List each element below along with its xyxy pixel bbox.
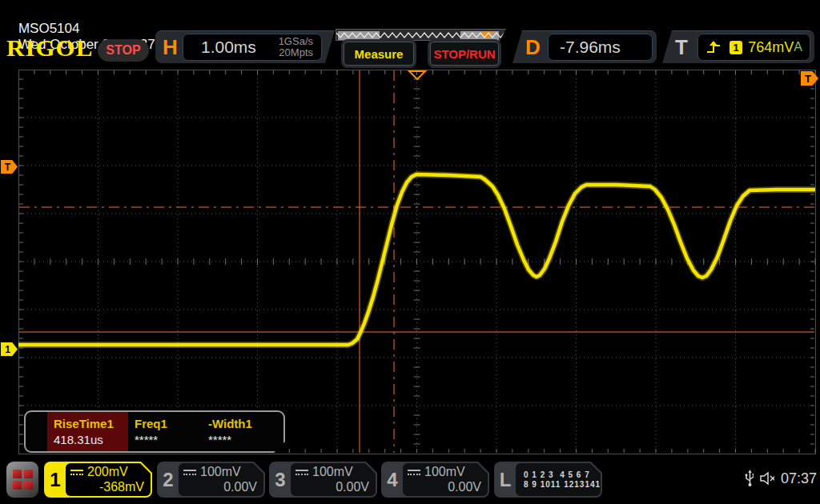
dc-coupling-icon: [70, 470, 83, 475]
trigger-label: T: [675, 31, 688, 63]
channel3-number: 3: [269, 462, 291, 498]
measurement-risetime[interactable]: RiseTime1 418.31us: [47, 412, 128, 451]
channel3-values: 100mV 0.00V: [291, 463, 376, 496]
menu-grid-icon: [13, 470, 33, 490]
channel4-number: 4: [381, 462, 404, 498]
trigger-level-value: 764mV: [748, 39, 794, 56]
channel1-values: 200mV -368mV: [66, 463, 151, 496]
delay-value: -7.96ms: [560, 38, 621, 57]
measurement-label: RiseTime1: [54, 417, 128, 430]
rigol-logo: RIGOL: [6, 34, 93, 62]
channel3-scale: 100mV: [312, 465, 353, 479]
preview-zigzag: [336, 30, 505, 41]
trigger-level-marker[interactable]: T: [1, 160, 18, 174]
channel4-values: 100mV 0.00V: [403, 463, 488, 496]
measurement-value: *****: [135, 433, 205, 446]
trigger-mode: A: [794, 40, 802, 54]
channel2-scale: 100mV: [200, 465, 241, 479]
clock: 07:37: [781, 470, 817, 487]
channel2-number: 2: [157, 462, 179, 498]
stop-run-button[interactable]: STOP/RUN: [430, 42, 499, 66]
delay-panel[interactable]: D -7.96ms: [512, 30, 657, 63]
channel2-values: 100mV 0.00V: [179, 463, 263, 496]
channel1-box[interactable]: 1 200mV -368mV: [44, 462, 152, 498]
channel1-number: 1: [44, 462, 66, 498]
channel1-scale: 200mV: [87, 465, 128, 479]
menu-grid-button[interactable]: [6, 462, 38, 498]
logic-row2: 8 9 1011 12131415: [524, 480, 594, 489]
measurement-label: -Width1: [208, 417, 277, 430]
channel4-offset: 0.00V: [408, 480, 481, 494]
channel2-box[interactable]: 2 100mV 0.00V: [157, 462, 265, 498]
rising-edge-trigger-icon: [706, 41, 722, 54]
horizontal-screen: 1.00ms 1GSa/s 20Mpts: [183, 34, 322, 61]
channel2-offset: 0.00V: [183, 480, 257, 494]
acquisition-info: 1GSa/s 20Mpts: [279, 36, 313, 58]
logic-row1: 0 1 2 3 4 5 6 7: [524, 470, 594, 479]
logic-label: L: [494, 462, 517, 498]
measurement-label: Freq1: [135, 417, 205, 430]
channel4-box[interactable]: 4 100mV 0.00V: [381, 462, 489, 498]
channel1-position-marker[interactable]: 1: [1, 342, 18, 356]
waveform-preview-bar[interactable]: [336, 29, 506, 41]
trigger-screen: 1 764mV A: [697, 34, 810, 61]
horizontal-label: H: [163, 31, 178, 63]
channel3-offset: 0.00V: [295, 480, 369, 494]
measurement-value: *****: [208, 433, 277, 446]
channel4-scale: 100mV: [424, 465, 465, 479]
dc-coupling-icon: [183, 470, 196, 475]
memory-depth: 20Mpts: [279, 47, 313, 58]
acquisition-status-badge[interactable]: STOP: [98, 39, 149, 62]
delay-screen: -7.96ms: [548, 34, 653, 61]
logic-channels-box[interactable]: L 0 1 2 3 4 5 6 7 8 9 1011 12131415: [494, 462, 602, 498]
trigger-panel[interactable]: T 1 764mV A: [662, 30, 814, 63]
horizontal-panel[interactable]: H 1.00ms 1GSa/s 20Mpts: [155, 30, 335, 63]
measurement-nwidth[interactable]: -Width1 *****: [205, 412, 277, 451]
oscilloscope-screen: MSO5104 Wed October 08 07:37:28 2025 RIG…: [0, 0, 820, 504]
logic-values: 0 1 2 3 4 5 6 7 8 9 1011 12131415: [516, 463, 601, 496]
channel3-box[interactable]: 3 100mV 0.00V: [269, 462, 377, 498]
dc-coupling-icon: [408, 470, 420, 475]
delay-label: D: [525, 31, 541, 63]
speaker-muted-icon: [760, 471, 774, 486]
measure-button[interactable]: Measure: [344, 42, 414, 66]
dc-coupling-icon: [295, 470, 308, 475]
status-icon-area: 07:37: [745, 468, 817, 489]
graticule: [18, 70, 816, 454]
sample-rate: 1GSa/s: [279, 36, 313, 47]
usb-icon: [745, 470, 754, 487]
trigger-source-badge: 1: [730, 41, 742, 54]
measurement-freq[interactable]: Freq1 *****: [128, 412, 205, 451]
channel1-offset: -368mV: [70, 480, 144, 494]
measurement-value: 418.31us: [54, 433, 128, 446]
measurement-panel: RiseTime1 418.31us Freq1 ***** -Width1 *…: [24, 410, 285, 453]
timebase-value: 1.00ms: [201, 38, 279, 57]
